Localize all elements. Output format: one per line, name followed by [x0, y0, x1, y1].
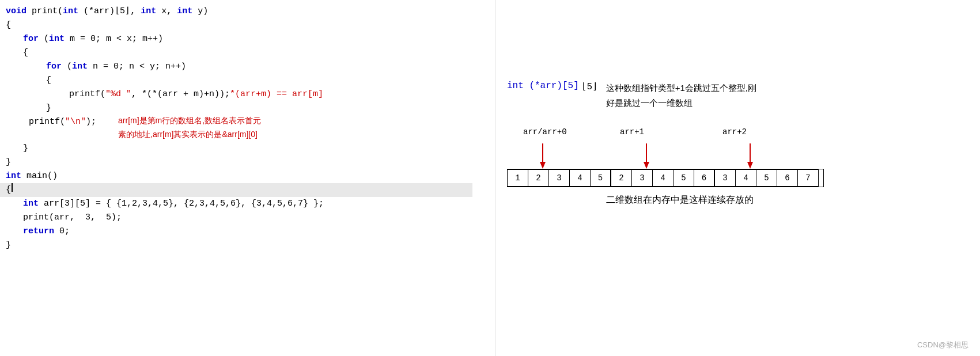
plain: [27, 5, 32, 18]
code-line-9: printf( "\n" );: [6, 115, 107, 129]
code-line-15: print(arr, 3, 5);: [0, 211, 495, 225]
code-line-10: }: [0, 142, 495, 156]
cursor: [12, 183, 13, 192]
arrow-2: [747, 143, 754, 169]
label-arr2: arr+2: [722, 127, 747, 137]
cell-3-1: 3: [715, 169, 736, 187]
svg-marker-5: [747, 162, 753, 169]
type-annotation: int (*arr)[5]: [507, 81, 579, 91]
code-line-2: {: [0, 18, 495, 32]
cell-1-1: 1: [508, 169, 528, 187]
label-arr0: arr/arr+0: [523, 127, 567, 137]
cell-3-5: 7: [798, 169, 819, 187]
cell-3-2: 4: [736, 169, 756, 187]
code-line-5: for ( int n = 0; n < y; n++): [0, 60, 495, 74]
cell-1-4: 4: [570, 169, 591, 187]
code-line-3: for ( int m = 0; m < x; m++): [0, 32, 495, 46]
code-line-1: void print( int (*arr) ⌊5⌋, int x, int y…: [0, 5, 495, 18]
cell-2-3: 4: [653, 169, 673, 187]
label-arr1: arr+1: [620, 127, 644, 137]
cells-row: 1 2 3 4 5 2 3 4 5 6 3 4 5 6 7: [507, 169, 824, 187]
cell-2-2: 3: [632, 169, 653, 187]
fn-print: print(: [32, 5, 63, 18]
arrow-0: [539, 143, 546, 169]
code-line-6: {: [0, 74, 495, 88]
code-line-4: {: [0, 46, 495, 60]
code-line-14: int arr[3][5] = { {1,2,3,4,5}, {2,3,4,5,…: [0, 197, 495, 211]
kw-void: void: [6, 5, 27, 18]
kw-int1: int: [63, 5, 78, 18]
code-line-11: }: [0, 156, 495, 169]
cell-1-3: 3: [549, 169, 570, 187]
cell-2-1: 2: [611, 169, 632, 187]
csdn-label: CSDN@黎相思: [917, 340, 968, 350]
inline-annotation: arr[m]是第m行的数组名,数组名表示首元 素的地址,arr[m]其实表示的是…: [118, 114, 261, 142]
cell-3-3: 5: [756, 169, 777, 187]
cell-2-5: 6: [694, 169, 715, 187]
cell-2-4: 5: [673, 169, 694, 187]
arr-labels-row: arr/arr+0 arr+1 arr+2: [507, 127, 824, 143]
arrow-1: [643, 143, 650, 169]
svg-marker-3: [644, 162, 649, 169]
code-line-9-wrapper: printf( "\n" ); arr[m]是第m行的数组名,数组名表示首元 素…: [0, 115, 495, 142]
code-line-12: int main(): [0, 169, 495, 183]
code-line-17: }: [0, 238, 495, 252]
right-panel: int (*arr)[5] ⌊5⌋ 这种数组指针类型+1会跳过五个整型,刚 好是…: [495, 0, 980, 356]
cell-3-4: 6: [777, 169, 798, 187]
svg-marker-1: [540, 162, 546, 169]
top-annotation: int (*arr)[5] ⌊5⌋ 这种数组指针类型+1会跳过五个整型,刚 好是…: [507, 81, 756, 110]
diagram-caption: 二维数组在内存中是这样连续存放的: [507, 194, 853, 206]
code-panel: void print( int (*arr) ⌊5⌋, int x, int y…: [0, 0, 495, 356]
code-line-13: {: [0, 183, 472, 197]
cell-1-2: 2: [528, 169, 549, 187]
code-line-16: return 0;: [0, 225, 495, 238]
floor5: ⌊5⌋: [581, 81, 598, 92]
arrows-row: [507, 143, 824, 169]
cell-1-5: 5: [591, 169, 611, 187]
array-diagram: arr/arr+0 arr+1 arr+2 1: [507, 127, 824, 187]
code-line-8: }: [0, 101, 495, 115]
annotation-text: 这种数组指针类型+1会跳过五个整型,刚 好是跳过一个一维数组: [606, 81, 756, 110]
code-line-7: printf( "%d " , *(*(arr + m)+n)); *(arr+…: [0, 88, 495, 101]
